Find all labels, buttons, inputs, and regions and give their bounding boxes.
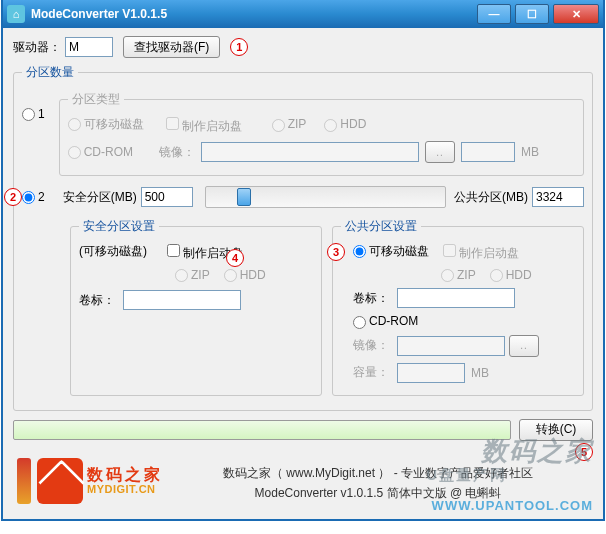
close-button[interactable]: ✕ [553,4,599,24]
pub-hdd-radio: HDD [490,268,532,282]
firecracker-icon [17,458,31,504]
app-window: ⌂ ModeConverter V1.0.1.5 — ☐ ✕ 驱动器： 查找驱动… [1,0,605,521]
safe-removable-note: (可移动磁盘) [79,243,147,260]
public-size-input[interactable] [532,187,584,207]
marker-3: 3 [327,243,345,261]
radio-2-partitions[interactable]: 2 [22,190,45,204]
safe-partition-settings: 安全分区设置 (可移动磁盘) 制作启动盘 ZIP HDD 卷标： [70,218,322,396]
mb-label: MB [521,145,539,159]
radio-1-partition[interactable]: 1 [22,107,45,121]
safe-hdd-radio: HDD [224,268,266,282]
driver-row: 驱动器： 查找驱动器(F) 1 [13,36,593,58]
window-title: ModeConverter V1.0.1.5 [31,7,477,21]
image-size-input [461,142,515,162]
logo-en: MYDIGIT.CN [87,483,163,495]
safe-zip-radio: ZIP [175,268,210,282]
radio-zip: ZIP [272,117,307,131]
credit-line-2: ModeConverter v1.0.1.5 简体中文版 @ 电蝌蚪 [167,483,589,503]
driver-input[interactable] [65,37,113,57]
house-icon [37,458,83,504]
app-icon: ⌂ [7,5,25,23]
public-settings-legend: 公共分区设置 [341,218,421,235]
browse-button: .. [425,141,455,163]
image-path-input [201,142,419,162]
footer: 数码之家 MYDIGIT.CN 数码之家（ www.MyDigit.net ） … [13,447,593,513]
safe-volume-input[interactable] [123,290,241,310]
public-size-label: 公共分区(MB) [454,189,528,206]
logo: 数码之家 MYDIGIT.CN [17,453,167,509]
pub-volume-label: 卷标： [353,290,389,307]
find-driver-button[interactable]: 查找驱动器(F) [123,36,220,58]
driver-label: 驱动器： [13,39,61,56]
safe-size-label: 安全分区(MB) [63,189,137,206]
check-bootdisk: 制作启动盘 [162,114,242,135]
maximize-button[interactable]: ☐ [515,4,549,24]
credit-line-1: 数码之家（ www.MyDigit.net ） - 专业数字产品爱好者社区 [167,463,589,483]
marker-2: 2 [4,188,22,206]
public-partition-settings: 公共分区设置 3 可移动磁盘 制作启动盘 ZIP HDD 卷标： [332,218,584,396]
partition-type-legend: 分区类型 [68,91,124,108]
pub-image-input [397,336,505,356]
client-area: 驱动器： 查找驱动器(F) 1 分区数量 1 分区类型 可移动磁盘 制作启动盘 [3,28,603,519]
safe-settings-legend: 安全分区设置 [79,218,159,235]
minimize-button[interactable]: — [477,4,511,24]
progress-bar [13,420,511,440]
pub-volume-input[interactable] [397,288,515,308]
convert-button[interactable]: 转换(C) [519,419,593,441]
pub-zip-radio: ZIP [441,268,476,282]
titlebar: ⌂ ModeConverter V1.0.1.5 — ☐ ✕ [3,0,603,28]
marker-4: 4 [226,249,244,267]
pub-capacity-label: 容量： [353,364,389,381]
partition-slider[interactable] [205,186,446,208]
marker-1: 1 [230,38,248,56]
pub-capacity-input [397,363,465,383]
pub-cdrom-radio[interactable]: CD-ROM [353,314,418,328]
pub-mb-label: MB [471,366,489,380]
credits: 数码之家（ www.MyDigit.net ） - 专业数字产品爱好者社区 Mo… [167,453,589,509]
radio-cdrom: CD-ROM [68,145,133,159]
safe-size-input[interactable] [141,187,193,207]
radio-hdd: HDD [324,117,366,131]
safe-volume-label: 卷标： [79,292,115,309]
partition-type-group: 分区类型 可移动磁盘 制作启动盘 ZIP HDD CD-ROM 镜像： [59,91,584,176]
partition-count-legend: 分区数量 [22,64,78,81]
slider-thumb[interactable] [237,188,251,206]
pub-removable-radio[interactable]: 可移动磁盘 [353,243,429,260]
pub-browse-button: .. [509,335,539,357]
radio-removable: 可移动磁盘 [68,116,144,133]
logo-cn: 数码之家 [87,466,163,484]
pub-bootdisk-check: 制作启动盘 [439,241,519,262]
pub-image-label: 镜像： [353,337,389,354]
image-label: 镜像： [159,144,195,161]
partition-count-group: 分区数量 1 分区类型 可移动磁盘 制作启动盘 ZIP HDD [13,64,593,411]
